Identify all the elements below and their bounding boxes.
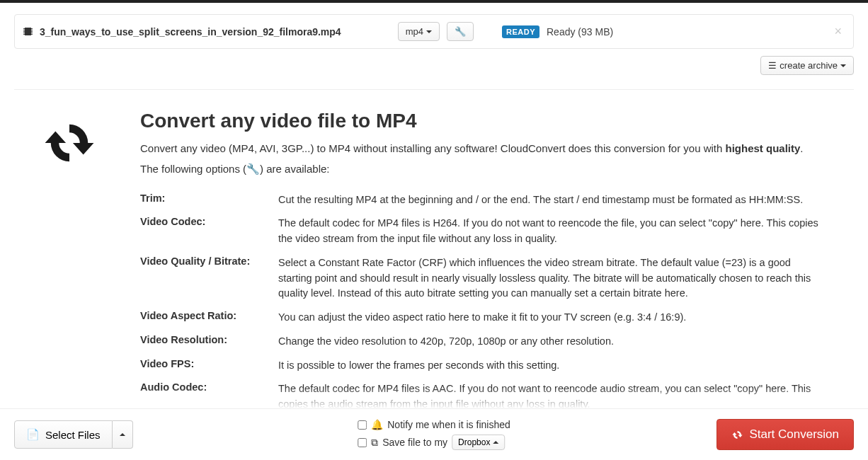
notify-checkbox[interactable] bbox=[358, 420, 367, 430]
chevron-down-icon bbox=[840, 64, 846, 67]
option-row: Video Resolution:Change the video resolu… bbox=[140, 330, 827, 354]
options-table: Trim:Cut the resulting MP4 at the beginn… bbox=[140, 188, 827, 441]
option-desc: Cut the resulting MP4 at the beginning a… bbox=[278, 188, 827, 212]
archive-row: ☰ create archive bbox=[0, 56, 868, 84]
select-files-dropdown[interactable] bbox=[113, 420, 133, 449]
refresh-icon bbox=[40, 114, 98, 441]
option-desc: Select a Constant Rate Factor (CRF) whic… bbox=[278, 251, 827, 306]
chevron-up-icon bbox=[493, 441, 498, 444]
file-name: 3_fun_ways_to_use_split_screens_in_versi… bbox=[40, 26, 341, 38]
storage-provider-dropdown[interactable]: Dropbox bbox=[452, 435, 505, 450]
main-content: Convert any video file to MP4 Convert an… bbox=[0, 90, 868, 441]
save-row: ⧉ Save file to my Dropbox bbox=[358, 435, 510, 450]
chevron-up-icon bbox=[120, 433, 125, 436]
option-desc: It is possible to lower the frames per s… bbox=[278, 354, 827, 378]
settings-button[interactable]: 🔧 bbox=[447, 22, 474, 41]
start-conversion-button[interactable]: Start Conversion bbox=[716, 419, 854, 450]
wrench-icon: 🔧 bbox=[246, 163, 260, 175]
option-row: Video Quality / Bitrate:Select a Constan… bbox=[140, 251, 827, 306]
option-label: Video Aspect Ratio: bbox=[140, 306, 278, 330]
create-archive-button[interactable]: ☰ create archive bbox=[760, 56, 854, 75]
option-label: Video Resolution: bbox=[140, 330, 278, 354]
film-icon bbox=[23, 28, 33, 35]
refresh-icon bbox=[731, 429, 743, 441]
option-desc: Change the video resolution to 420p, 720… bbox=[278, 330, 827, 354]
wrench-icon: 🔧 bbox=[455, 26, 466, 37]
option-row: Video Codec:The default codec for MP4 fi… bbox=[140, 212, 827, 251]
option-label: Trim: bbox=[140, 188, 278, 212]
select-files-group: 📄 Select Files bbox=[14, 420, 133, 449]
save-checkbox[interactable] bbox=[358, 438, 367, 447]
save-to-my-label: Save file to my bbox=[382, 437, 447, 448]
status-text: Ready (93 MB) bbox=[547, 26, 613, 38]
content-column: Convert any video file to MP4 Convert an… bbox=[140, 110, 848, 441]
refresh-icon-column bbox=[20, 110, 119, 441]
start-label: Start Conversion bbox=[749, 427, 839, 442]
select-files-button[interactable]: 📄 Select Files bbox=[14, 420, 113, 449]
option-row: Video FPS:It is possible to lower the fr… bbox=[140, 354, 827, 378]
option-label: Video Codec: bbox=[140, 212, 278, 251]
intro-text: Convert any video (MP4, AVI, 3GP...) to … bbox=[140, 141, 827, 157]
notify-row[interactable]: 🔔 Notify me when it is finished bbox=[358, 419, 510, 430]
format-label: mp4 bbox=[406, 26, 423, 37]
option-desc: You can adjust the video aspect ratio he… bbox=[278, 306, 827, 330]
format-dropdown[interactable]: mp4 bbox=[398, 22, 440, 41]
archive-label: create archive bbox=[780, 60, 838, 71]
notify-label: Notify me when it is finished bbox=[387, 419, 510, 430]
status-badge: READY bbox=[502, 25, 539, 38]
option-row: Video Aspect Ratio:You can adjust the vi… bbox=[140, 306, 827, 330]
page-title: Convert any video file to MP4 bbox=[140, 110, 827, 132]
option-label: Video Quality / Bitrate: bbox=[140, 251, 278, 306]
archive-icon: ☰ bbox=[768, 60, 777, 71]
option-desc: The default codec for MP4 files is H264.… bbox=[278, 212, 827, 251]
close-icon[interactable]: × bbox=[831, 24, 845, 39]
window-top-bar bbox=[0, 0, 868, 3]
footer: 📄 Select Files 🔔 Notify me when it is fi… bbox=[0, 408, 868, 460]
select-files-label: Select Files bbox=[45, 429, 101, 441]
dropbox-label: Dropbox bbox=[458, 437, 490, 447]
bell-icon: 🔔 bbox=[371, 419, 383, 430]
options-lead: The following options (🔧) are available: bbox=[140, 163, 827, 176]
chevron-down-icon bbox=[426, 30, 432, 33]
file-row: 3_fun_ways_to_use_split_screens_in_versi… bbox=[14, 14, 854, 49]
footer-center: 🔔 Notify me when it is finished ⧉ Save f… bbox=[358, 419, 510, 450]
option-label: Video FPS: bbox=[140, 354, 278, 378]
file-add-icon: 📄 bbox=[26, 428, 40, 441]
option-row: Trim:Cut the resulting MP4 at the beginn… bbox=[140, 188, 827, 212]
dropbox-icon: ⧉ bbox=[371, 437, 378, 449]
